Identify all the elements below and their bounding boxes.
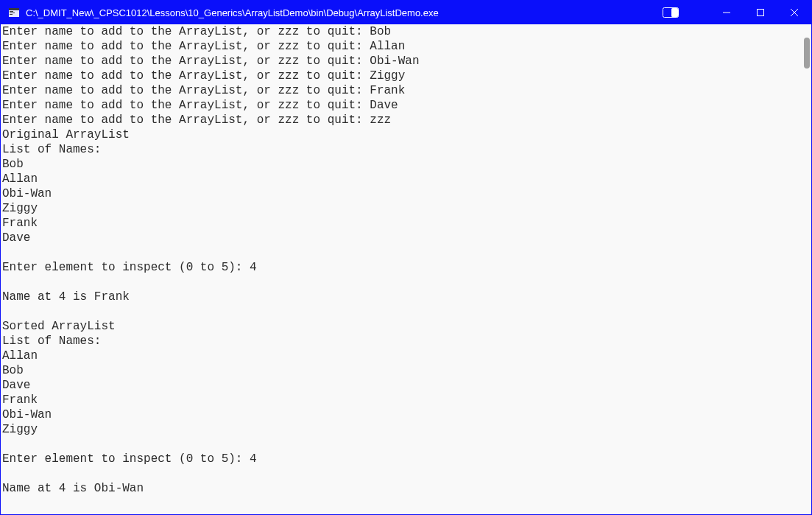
console-line: Ziggy xyxy=(2,201,799,216)
minimize-button[interactable] xyxy=(710,1,744,24)
scrollbar-thumb[interactable] xyxy=(804,38,810,69)
console-line: Enter name to add to the ArrayList, or z… xyxy=(2,83,799,98)
console-line: Ziggy xyxy=(2,422,799,437)
console-line: Obi-Wan xyxy=(2,186,799,201)
console-line xyxy=(2,245,799,260)
console-line: List of Names: xyxy=(2,142,799,157)
console-line: Obi-Wan xyxy=(2,407,799,422)
vertical-scrollbar[interactable] xyxy=(799,24,811,514)
console-line: Enter name to add to the ArrayList, or z… xyxy=(2,113,799,127)
console-line: Original ArrayList xyxy=(2,127,799,142)
console-line: Enter element to inspect (0 to 5): 4 xyxy=(2,260,799,275)
console-line: Enter name to add to the ArrayList, or z… xyxy=(2,39,799,54)
console-line: List of Names: xyxy=(2,334,799,348)
console-line: Name at 4 is Obi-Wan xyxy=(2,481,799,496)
svg-rect-7 xyxy=(758,10,764,16)
console-line xyxy=(2,466,799,481)
console-line: Enter element to inspect (0 to 5): 4 xyxy=(2,452,799,466)
console-line: Enter name to add to the ArrayList, or z… xyxy=(2,24,799,39)
console-line xyxy=(2,275,799,290)
close-button[interactable] xyxy=(777,1,811,24)
console-line: Frank xyxy=(2,216,799,231)
console-line: Dave xyxy=(2,378,799,393)
window-controls xyxy=(710,1,811,24)
console-output[interactable]: Enter name to add to the ArrayList, or z… xyxy=(1,24,799,514)
titlebar-overlay-icon xyxy=(654,1,688,24)
window-title: C:\_DMIT_New\_CPSC1012\Lessons\10_Generi… xyxy=(26,7,654,18)
console-line: Enter name to add to the ArrayList, or z… xyxy=(2,69,799,83)
svg-rect-3 xyxy=(10,13,15,13)
console-line: Dave xyxy=(2,231,799,245)
console-line: Allan xyxy=(2,348,799,363)
titlebar[interactable]: C:\_DMIT_New\_CPSC1012\Lessons\10_Generi… xyxy=(1,1,811,24)
maximize-button[interactable] xyxy=(744,1,777,24)
console-line: Allan xyxy=(2,172,799,186)
console-line: Sorted ArrayList xyxy=(2,319,799,334)
app-icon xyxy=(8,7,20,18)
console-window: C:\_DMIT_New\_CPSC1012\Lessons\10_Generi… xyxy=(0,0,812,515)
console-line: Bob xyxy=(2,363,799,378)
console-line xyxy=(2,437,799,452)
svg-rect-4 xyxy=(10,14,13,15)
svg-rect-1 xyxy=(9,8,19,10)
console-line xyxy=(2,304,799,319)
console-line: Frank xyxy=(2,393,799,407)
svg-rect-6 xyxy=(671,8,678,17)
console-line: Enter name to add to the ArrayList, or z… xyxy=(2,98,799,113)
console-line: Name at 4 is Frank xyxy=(2,290,799,304)
client-area: Enter name to add to the ArrayList, or z… xyxy=(1,24,811,514)
console-line: Bob xyxy=(2,157,799,172)
console-line: Enter name to add to the ArrayList, or z… xyxy=(2,54,799,69)
svg-rect-2 xyxy=(10,11,13,12)
